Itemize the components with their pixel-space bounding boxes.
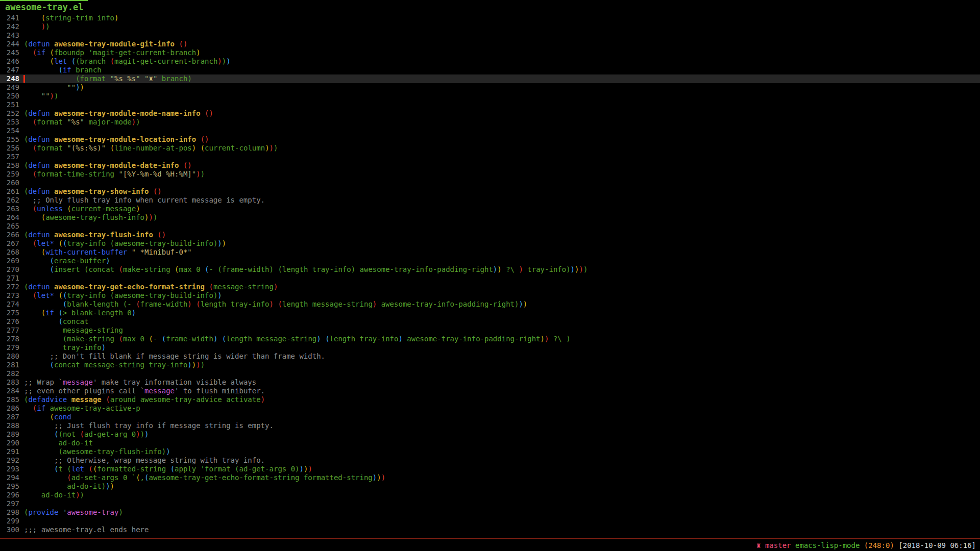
line-number: 298 — [0, 508, 19, 517]
line-number: 277 — [0, 326, 19, 335]
code-line[interactable]: 291 (awesome-tray-flush-info)) — [0, 447, 980, 456]
code-line-text: ;; Just flush tray info if message strin… — [24, 421, 274, 430]
code-line[interactable]: 294 (ad-set-args 0 `(,(awesome-tray-get-… — [0, 473, 980, 482]
code-line[interactable]: 298(provide 'awesome-tray) — [0, 508, 980, 517]
code-line[interactable]: 257 — [0, 153, 980, 161]
line-number: 265 — [0, 222, 19, 231]
code-line[interactable]: 274 (blank-length (- (frame-width) (leng… — [0, 300, 980, 309]
line-number: 242 — [0, 22, 19, 31]
code-line[interactable]: 242 )) — [0, 22, 980, 31]
code-line[interactable]: 279 tray-info) — [0, 343, 980, 352]
code-line[interactable]: 260 — [0, 179, 980, 187]
code-line[interactable]: 287 (cond — [0, 413, 980, 421]
code-line[interactable]: 249 "")) — [0, 83, 980, 92]
line-number: 268 — [0, 248, 19, 257]
code-line-text: (defun awesome-tray-module-git-info () — [24, 40, 187, 48]
code-line[interactable]: 292 ;; Otherwise, wrap message string wi… — [0, 456, 980, 465]
code-line[interactable]: 243 — [0, 31, 980, 40]
code-line[interactable]: 262 ;; Only flush tray info when current… — [0, 196, 980, 205]
code-line[interactable]: 295 ad-do-it))) — [0, 482, 980, 491]
code-line[interactable]: 241 (string-trim info) — [0, 14, 980, 22]
code-line-text: (if (> blank-length 0) — [24, 309, 136, 317]
line-number: 256 — [0, 144, 19, 153]
code-line[interactable]: 265 — [0, 222, 980, 231]
code-line[interactable]: 273 (let* ((tray-info (awesome-tray-buil… — [0, 291, 980, 300]
line-number: 288 — [0, 421, 19, 430]
code-line[interactable]: 251 — [0, 101, 980, 109]
code-line-text: )) — [24, 22, 50, 31]
code-line[interactable]: 299 — [0, 517, 980, 525]
code-line[interactable]: 297 — [0, 499, 980, 508]
code-line[interactable]: 268 (with-current-buffer " *Minibuf-0*" — [0, 248, 980, 257]
code-line-text: (defadvice message (around awesome-tray-… — [24, 395, 265, 404]
code-line[interactable]: 244(defun awesome-tray-module-git-info (… — [0, 40, 980, 48]
date-time: [2018-10-09 06:16] — [898, 541, 976, 549]
code-line[interactable]: 282 — [0, 369, 980, 378]
code-line[interactable]: 264 (awesome-tray-flush-info))) — [0, 213, 980, 222]
code-line[interactable]: 254 — [0, 127, 980, 135]
line-number: 282 — [0, 369, 19, 378]
git-rook-icon: ♜ — [756, 541, 761, 549]
code-line[interactable]: 280 ;; Don't fill blank if message strin… — [0, 352, 980, 361]
line-number: 257 — [0, 153, 19, 161]
line-number: 267 — [0, 239, 19, 248]
code-line[interactable]: 293 (t (let ((formatted-string (apply 'f… — [0, 465, 980, 473]
code-line[interactable]: 272(defun awesome-tray-get-echo-format-s… — [0, 283, 980, 291]
line-number: 261 — [0, 187, 19, 196]
code-line[interactable]: 300;;; awesome-tray.el ends here — [0, 525, 980, 534]
code-line[interactable]: 252(defun awesome-tray-module-mode-name-… — [0, 109, 980, 118]
mode-line-separator — [0, 538, 980, 539]
code-line[interactable]: 283;; Wrap `message' make tray informati… — [0, 378, 980, 387]
code-line[interactable]: 250 "")) — [0, 92, 980, 101]
code-line[interactable]: 296 ad-do-it)) — [0, 491, 980, 499]
emacs-frame: awesome-tray.el 241 (string-trim info)24… — [0, 0, 980, 551]
code-line-text: (awesome-tray-flush-info))) — [24, 213, 157, 222]
code-line[interactable]: 266(defun awesome-tray-flush-info () — [0, 231, 980, 239]
line-number: 295 — [0, 482, 19, 491]
code-line[interactable]: 269 (erase-buffer) — [0, 257, 980, 265]
line-number: 296 — [0, 491, 19, 499]
code-line[interactable]: 253 (format "%s" major-mode)) — [0, 118, 980, 127]
code-line[interactable]: 263 (unless (current-message) — [0, 205, 980, 213]
code-line[interactable]: 286 (if awesome-tray-active-p — [0, 404, 980, 413]
code-line[interactable]: 285(defadvice message (around awesome-tr… — [0, 395, 980, 404]
code-line-text: (concat message-string tray-info)))) — [24, 361, 205, 369]
code-line[interactable]: 248 (format "%s %s" "♜" branch) — [0, 74, 980, 83]
code-line[interactable]: 270 (insert (concat (make-string (max 0 … — [0, 265, 980, 274]
line-number: 255 — [0, 135, 19, 144]
code-line[interactable]: 277 message-string — [0, 326, 980, 335]
code-line-text: ;; Don't fill blank if message string is… — [24, 352, 325, 361]
line-number: 299 — [0, 517, 19, 525]
code-line-text: (format "(%s:%s)" (line-number-at-pos) (… — [24, 144, 278, 153]
code-line[interactable]: 255(defun awesome-tray-module-location-i… — [0, 135, 980, 144]
code-line[interactable]: 289 ((not (ad-get-arg 0))) — [0, 430, 980, 439]
code-line-text: (format-time-string "[%Y-%m-%d %H:%M]")) — [24, 170, 205, 179]
code-line[interactable]: 267 (let* ((tray-info (awesome-tray-buil… — [0, 239, 980, 248]
line-number: 244 — [0, 40, 19, 48]
code-area[interactable]: 241 (string-trim info)242 ))243244(defun… — [0, 14, 980, 534]
code-line[interactable]: 258(defun awesome-tray-module-date-info … — [0, 161, 980, 170]
code-line[interactable]: 246 (let ((branch (magit-get-current-bra… — [0, 57, 980, 66]
line-number: 293 — [0, 465, 19, 473]
code-line[interactable]: 276 (concat — [0, 317, 980, 326]
code-line[interactable]: 256 (format "(%s:%s)" (line-number-at-po… — [0, 144, 980, 153]
code-line[interactable]: 271 — [0, 274, 980, 283]
code-line-text: (format "%s %s" "♜" branch) — [24, 74, 192, 83]
code-line-text: (if (fboundp 'magit-get-current-branch) — [24, 48, 201, 57]
code-line[interactable]: 247 (if branch — [0, 66, 980, 74]
code-line[interactable]: 278 (make-string (max 0 (- (frame-width)… — [0, 335, 980, 343]
code-line[interactable]: 284;; even other plugins call `message' … — [0, 387, 980, 395]
code-line[interactable]: 261(defun awesome-tray-show-info () — [0, 187, 980, 196]
major-mode: emacs-lisp-mode — [795, 541, 860, 549]
line-number: 247 — [0, 66, 19, 74]
code-line[interactable]: 275 (if (> blank-length 0) — [0, 309, 980, 317]
code-line[interactable]: 288 ;; Just flush tray info if message s… — [0, 421, 980, 430]
code-line[interactable]: 290 ad-do-it — [0, 439, 980, 447]
line-number: 279 — [0, 343, 19, 352]
code-line[interactable]: 245 (if (fboundp 'magit-get-current-bran… — [0, 48, 980, 57]
code-line[interactable]: 259 (format-time-string "[%Y-%m-%d %H:%M… — [0, 170, 980, 179]
buffer-title[interactable]: awesome-tray.el — [5, 2, 84, 13]
code-line-text: (provide 'awesome-tray) — [24, 508, 123, 517]
code-line[interactable]: 281 (concat message-string tray-info)))) — [0, 361, 980, 369]
code-line-text: ;; Otherwise, wrap message string with t… — [24, 456, 265, 465]
